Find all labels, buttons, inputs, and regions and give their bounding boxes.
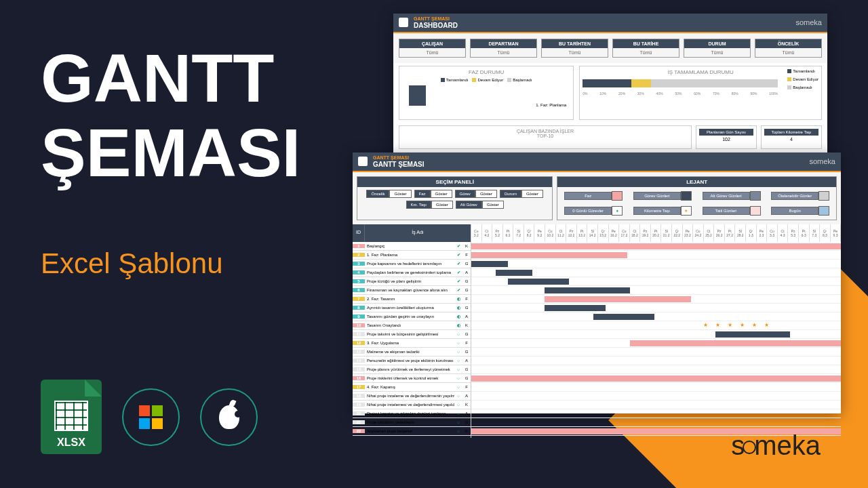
task-row[interactable]: 1Başlangıç✔K <box>353 242 471 251</box>
task-row[interactable]: 123. Faz: Uygulama○F <box>353 339 471 348</box>
main-title: GANTT ŞEMASI <box>41 41 300 190</box>
panel-button[interactable]: FazGöster <box>414 190 452 198</box>
filter[interactable]: ÇALIŞANTümü <box>399 39 466 58</box>
task-row[interactable]: 18Nihai proje inceleme ve değerlendirmen… <box>353 392 471 401</box>
window-header: GANTT ŞEMASIGANTT ŞEMASI someka <box>353 152 841 172</box>
panel-button[interactable]: Km. TaşıGöster <box>406 201 453 209</box>
task-row[interactable]: 21. Faz: Planlama✔F <box>353 251 471 260</box>
panel-button[interactable]: Alt GörevGöster <box>456 201 504 209</box>
task-row[interactable]: 20Projeyi kapatın ve çıkarılan dersleri … <box>353 409 471 418</box>
dashboard-window: GANTT ŞEMASIDASHBOARD someka ÇALIŞANTümü… <box>393 14 827 163</box>
top10-chart: ÇALIŞAN BAZINDA İŞLERTOP-10 <box>399 125 692 149</box>
task-row[interactable]: 15Proje planını yürütmek ve ilerlemeyi y… <box>353 365 471 374</box>
legend-item: 0 Günlü Görevler● <box>564 206 623 216</box>
task-row[interactable]: 23Bitiş○G <box>353 436 471 438</box>
window-header: GANTT ŞEMASIDASHBOARD someka <box>393 14 827 33</box>
legend-item: Görev Günleri <box>633 191 692 201</box>
legend-item: Alt Görev Günleri <box>703 191 761 201</box>
task-row[interactable]: 4Paydaşları belirleme ve gereksinimleri … <box>353 268 471 277</box>
task-row[interactable]: 13Malzeme ve ekipman tedariki○G <box>353 348 471 357</box>
task-row[interactable]: 6Finansman ve kaynakları güvence altına … <box>353 286 471 295</box>
task-row[interactable]: 9Tasarımı gözden geçirin ve onaylayın◐A <box>353 312 471 321</box>
planned-days: Planlanan Gün Sayısı102 <box>696 125 757 149</box>
total-milestones: Toplam Kilometre Taşı4 <box>761 125 822 149</box>
phase-status-chart: FAZ DURUMU TamamlandıDevam EdiyorBaşlama… <box>399 66 574 120</box>
filter[interactable]: DEPARTMANTümü <box>470 39 537 58</box>
task-row[interactable]: 3Proje kapsamını ve hedeflerini tanımlay… <box>353 260 471 268</box>
task-row[interactable]: 16Proje risklerini izlemek ve kontrol et… <box>353 374 471 383</box>
apple-icon <box>200 388 258 446</box>
task-row[interactable]: 11Proje takvimi ve bütçesinin geliştiril… <box>353 330 471 339</box>
legend-item: Ötelenebilir Günler <box>771 191 829 201</box>
gantt-window: GANTT ŞEMASIGANTT ŞEMASI someka SEÇİM PA… <box>353 152 841 413</box>
task-row[interactable]: 21Proje çıktılarını yedekleyin○G <box>353 418 471 427</box>
task-row[interactable]: 174. Faz: Kapanış○F <box>353 383 471 392</box>
task-row[interactable]: 22Arşivlenen proje belgeleri○K <box>353 427 471 436</box>
selection-panel: SEÇİM PANELİ ÖncelikGösterFazGösterGörev… <box>357 176 553 220</box>
panel-button[interactable]: GörevGöster <box>455 190 497 198</box>
task-row[interactable]: 14Personelin eğitilmesi ve proje ekibini… <box>353 357 471 365</box>
legend-panel: LEJANT FazGörev GünleriAlt Görev Günleri… <box>557 176 837 220</box>
task-row[interactable]: 10Tasarım Onaylandı◐K <box>353 321 471 330</box>
xlsx-icon: XLSX <box>41 380 102 454</box>
task-row[interactable]: 19Nihai proje incelemesi ve değerlendirm… <box>353 401 471 409</box>
panel-button[interactable]: DurumGöster <box>500 190 543 198</box>
legend-item: Tatil Günleri <box>703 206 761 216</box>
completion-chart: İŞ TAMAMLAMA DURUMU TamamlandıDevam Ediy… <box>579 66 822 120</box>
filter[interactable]: ÖNCELİKTümü <box>755 39 822 58</box>
legend-item: Bugün <box>771 206 829 216</box>
filter[interactable]: BU TARİHTENTümü <box>541 39 608 58</box>
legend-item: Faz <box>564 191 623 201</box>
filter[interactable]: BU TARİHETümü <box>612 39 679 58</box>
filter[interactable]: DURUMTümü <box>684 39 751 58</box>
subtitle: Excel Şablonu <box>41 247 223 280</box>
task-row[interactable]: 72. Faz: Tasarım◐F <box>353 295 471 304</box>
windows-icon <box>122 388 180 446</box>
someka-logo: smeka <box>731 430 821 461</box>
panel-button[interactable]: ÖncelikGöster <box>366 190 411 198</box>
task-row[interactable]: 8Ayrıntılı tasarım özelliklileri oluştur… <box>353 304 471 312</box>
task-row[interactable]: 5Proje tüzüğü ve planı geliştirin✔G <box>353 277 471 286</box>
legend-item: Kilometre Taşı★ <box>633 206 692 216</box>
